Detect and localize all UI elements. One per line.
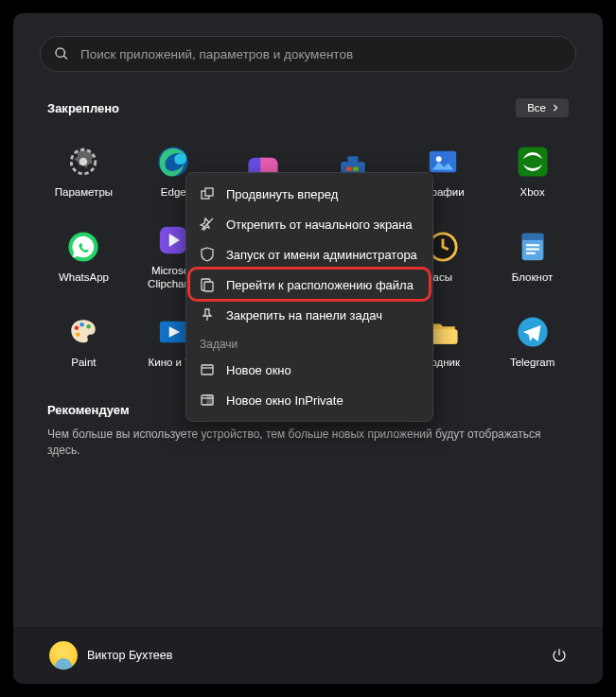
context-menu: Продвинуть впередОткрепить от начального… [185, 172, 433, 422]
start-footer: Виктор Бухтеев [13, 625, 603, 684]
app-tile[interactable]: Paint [40, 301, 128, 384]
app-label: Paint [71, 356, 96, 369]
svg-rect-29 [205, 188, 213, 196]
svg-point-23 [87, 324, 92, 329]
pinned-title: Закреплено [47, 101, 119, 115]
svg-point-10 [436, 156, 442, 162]
whatsapp-icon [67, 231, 99, 263]
paint-icon [67, 316, 99, 348]
window-icon [200, 362, 215, 377]
svg-point-24 [76, 332, 80, 337]
svg-rect-19 [525, 248, 538, 250]
power-button[interactable] [542, 638, 576, 672]
app-tile[interactable]: Xbox [488, 131, 576, 214]
context-item-file-location[interactable]: Перейти к расположению файла [186, 270, 432, 300]
move-front-icon [200, 186, 215, 201]
photos-icon [427, 146, 459, 178]
recommended-text: Чем больше вы используете устройство, те… [47, 427, 558, 459]
app-tile[interactable]: Параметры [40, 131, 128, 214]
svg-rect-32 [204, 282, 213, 291]
svg-rect-36 [207, 395, 213, 405]
app-label: Блокнот [512, 270, 553, 284]
inprivate-icon [200, 392, 215, 408]
svg-rect-5 [346, 167, 352, 171]
context-task-window[interactable]: Новое окно [186, 355, 432, 385]
app-label: Параметры [55, 185, 113, 199]
context-item-move-front[interactable]: Продвинуть вперед [186, 179, 432, 209]
svg-rect-33 [202, 365, 213, 375]
svg-point-21 [75, 325, 79, 330]
context-tasks-label: Задачи [186, 330, 432, 355]
context-item-label: Перейти к расположению файла [226, 278, 414, 292]
app-tile[interactable]: WhatsApp [40, 216, 128, 299]
app-tile[interactable]: Блокнот [488, 216, 576, 299]
context-item-label: Запуск от имени администратора [226, 248, 417, 262]
app-label: Edge [161, 185, 186, 199]
svg-rect-11 [518, 147, 547, 176]
unpin-icon [200, 217, 215, 232]
app-label: Xbox [519, 185, 544, 199]
telegram-icon [517, 316, 549, 348]
app-label: WhatsApp [59, 270, 109, 284]
context-task-label: Новое окно InPrivate [226, 393, 343, 408]
search-placeholder: Поиск приложений, параметров и документо… [80, 47, 353, 61]
power-icon [551, 647, 568, 664]
context-task-inprivate[interactable]: Новое окно InPrivate [186, 385, 432, 415]
xbox-icon [517, 146, 549, 178]
user-name: Виктор Бухтеев [87, 649, 172, 662]
svg-rect-18 [525, 244, 538, 246]
search-icon [54, 46, 69, 61]
all-apps-button[interactable]: Все [516, 98, 569, 117]
notepad-icon [517, 231, 549, 263]
context-item-label: Открепить от начального экрана [226, 218, 413, 232]
app-tile[interactable]: Telegram [488, 301, 576, 384]
context-item-unpin[interactable]: Открепить от начального экрана [186, 209, 432, 239]
user-account-button[interactable]: Виктор Бухтеев [40, 636, 182, 675]
settings-icon [67, 146, 99, 178]
context-item-admin[interactable]: Запуск от имени администратора [186, 239, 432, 270]
search-input[interactable]: Поиск приложений, параметров и документо… [40, 36, 576, 72]
svg-point-22 [80, 322, 85, 327]
pinned-header: Закреплено Все [40, 98, 576, 117]
avatar [49, 641, 78, 670]
edge-icon [157, 146, 189, 178]
app-label: асы [433, 270, 452, 284]
file-location-icon [200, 277, 215, 292]
svg-rect-20 [525, 252, 535, 253]
context-task-label: Новое окно [226, 363, 291, 377]
pin-taskbar-icon [200, 307, 215, 322]
svg-rect-4 [347, 156, 358, 162]
context-item-label: Закрепить на панели задач [226, 308, 382, 322]
app-label: Telegram [510, 356, 554, 369]
svg-rect-6 [353, 167, 359, 171]
context-item-label: Продвинуть вперед [226, 187, 338, 201]
context-item-pin-taskbar[interactable]: Закрепить на панели задач [186, 300, 432, 330]
svg-rect-17 [521, 234, 543, 240]
chevron-right-icon [552, 104, 559, 112]
admin-icon [200, 247, 215, 262]
